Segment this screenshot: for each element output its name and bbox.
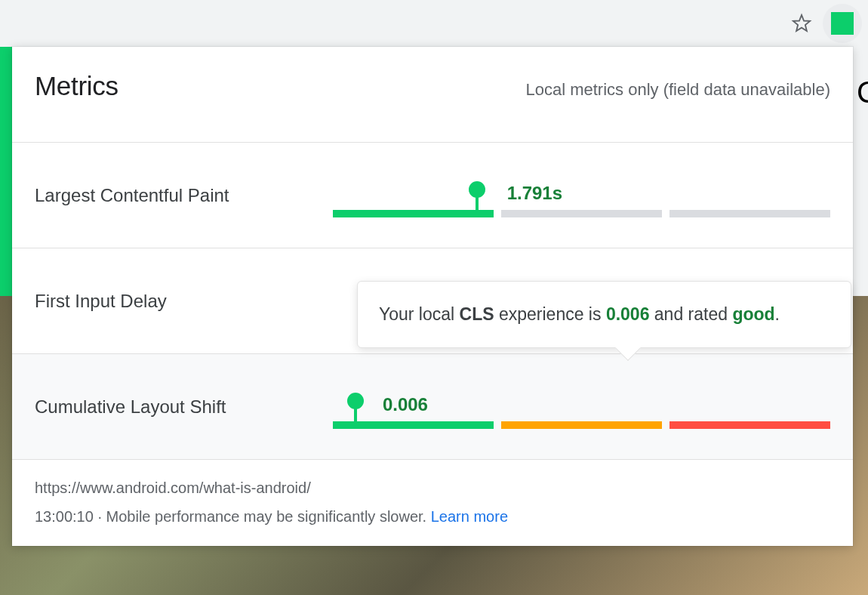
obscured-page-text: C	[857, 76, 868, 109]
threshold-bar	[333, 210, 830, 217]
threshold-needs-improvement	[501, 421, 662, 429]
panel-footer: https://www.android.com/what-is-android/…	[12, 459, 853, 541]
learn-more-link[interactable]: Learn more	[431, 508, 508, 525]
threshold-bar	[333, 421, 830, 429]
footer-time: 13:00:10	[35, 508, 94, 525]
metric-value-lcp: 1.791s	[507, 183, 562, 204]
metric-bar-lcp: 1.791s	[333, 174, 830, 217]
tooltip-text: Your local	[379, 304, 460, 324]
metric-bar-cls: Your local CLS experience is 0.006 and r…	[333, 385, 830, 429]
tooltip-metric-abbrev: CLS	[460, 304, 494, 324]
panel-header: Metrics Local metrics only (field data u…	[12, 47, 853, 142]
threshold-poor	[669, 210, 830, 217]
metric-marker-cls	[347, 393, 364, 429]
metric-tooltip: Your local CLS experience is 0.006 and r…	[357, 281, 851, 349]
tooltip-text: experience is	[494, 304, 606, 324]
star-icon	[791, 13, 812, 34]
footer-url: https://www.android.com/what-is-android/	[35, 473, 830, 502]
panel-title: Metrics	[35, 71, 119, 101]
page-green-strip	[0, 47, 12, 296]
tooltip-rating: good	[732, 304, 774, 324]
metric-row-cls[interactable]: Cumulative Layout Shift Your local CLS e…	[12, 353, 853, 459]
metric-row-lcp: Largest Contentful Paint 1.791s	[12, 142, 853, 248]
tooltip-value: 0.006	[606, 304, 650, 324]
panel-subtitle: Local metrics only (field data unavailab…	[525, 80, 830, 100]
web-vitals-panel: Metrics Local metrics only (field data u…	[12, 47, 853, 546]
marker-stem-icon	[354, 408, 357, 429]
marker-dot-icon	[347, 393, 364, 409]
extension-badge-button[interactable]	[823, 4, 862, 43]
metric-marker-lcp	[469, 181, 485, 217]
metric-label: Cumulative Layout Shift	[35, 396, 333, 418]
bookmark-star-button[interactable]	[788, 10, 815, 37]
threshold-poor	[669, 421, 830, 429]
footer-note: Mobile performance may be significantly …	[106, 508, 427, 525]
metric-value-cls: 0.006	[383, 394, 428, 415]
marker-dot-icon	[469, 181, 485, 198]
footer-separator: ·	[94, 508, 106, 525]
tooltip-text: .	[775, 304, 780, 324]
marker-stem-icon	[476, 196, 479, 217]
tooltip-arrow-icon	[615, 335, 641, 361]
threshold-needs-improvement	[501, 210, 662, 217]
browser-toolbar	[0, 0, 868, 47]
extension-status-icon	[831, 12, 854, 35]
metric-label: Largest Contentful Paint	[35, 185, 333, 206]
tooltip-text: and rated	[649, 304, 732, 324]
metric-label: First Input Delay	[35, 291, 333, 312]
